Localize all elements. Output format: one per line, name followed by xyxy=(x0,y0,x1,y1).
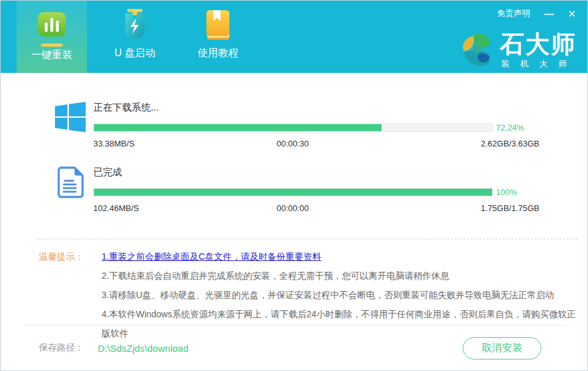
windows-logo-icon xyxy=(55,102,86,132)
footer-bar: 保存路径： D:\SdsZjds\download 取消安装 xyxy=(23,325,565,370)
tip-item-backup-warning: 1.重装之前会删除桌面及C盘文件，请及时备份重要资料 xyxy=(102,247,578,266)
completed-progress-row: 已完成 100% 102.46MB/S 00:00:00 1.75GB/1.75… xyxy=(55,166,539,213)
cancel-install-button[interactable]: 取消安装 xyxy=(463,337,541,359)
document-icon xyxy=(55,166,86,198)
header: 一键重装 U 盘启动 xyxy=(1,1,587,73)
disclaimer-link[interactable]: 免责声明 xyxy=(497,8,530,19)
active-tab-indicator xyxy=(41,43,63,47)
progress-track xyxy=(93,188,493,196)
close-icon[interactable]: ✕ xyxy=(568,9,576,19)
book-icon xyxy=(203,8,233,42)
completed-progress-line: 100% xyxy=(93,187,539,197)
tab-label: U 盘启动 xyxy=(114,47,155,60)
completed-speed: 102.46MB/S xyxy=(93,203,139,213)
completed-stats: 102.46MB/S 00:00:00 1.75GB/1.75GB xyxy=(93,203,539,213)
tab-label: 使用教程 xyxy=(197,47,238,60)
download-time-remaining: 00:00:30 xyxy=(277,139,309,148)
download-progress-row: 正在下载系统... 72.24% 33.38MB/S 00:00:30 2.62… xyxy=(55,102,539,148)
chart-icon xyxy=(36,8,67,42)
progress-percent: 72.24% xyxy=(496,123,524,132)
progress-track xyxy=(93,123,493,132)
progress-percent: 100% xyxy=(496,187,517,197)
download-speed: 33.38MB/S xyxy=(93,139,134,148)
tab-tutorial[interactable]: 使用教程 xyxy=(183,1,253,73)
completed-time-remaining: 00:00:00 xyxy=(277,203,309,213)
progress-fill xyxy=(94,189,492,196)
tip-item-remove-usb: 3.请移除U盘、移动硬盘、光驱里的光盘，并保证安装过程中不会断电，否则重装可能失… xyxy=(102,285,578,304)
app-window: 一键重装 U 盘启动 xyxy=(0,0,588,371)
completed-progress-body: 已完成 100% 102.46MB/S 00:00:00 1.75GB/1.75… xyxy=(93,166,539,213)
download-size: 2.62GB/3.63GB xyxy=(481,139,539,148)
save-path-value: D:\SdsZjds\download xyxy=(98,343,189,354)
brand-name: 石大师 xyxy=(500,31,578,57)
tab-usb-boot[interactable]: U 盘启动 xyxy=(100,1,170,73)
tab-one-click-reinstall[interactable]: 一键重装 xyxy=(17,1,87,73)
main-content: 正在下载系统... 72.24% 33.38MB/S 00:00:30 2.62… xyxy=(1,73,587,343)
tab-label: 一键重装 xyxy=(31,49,72,62)
download-progress-body: 正在下载系统... 72.24% 33.38MB/S 00:00:30 2.62… xyxy=(93,102,539,148)
minimize-icon[interactable]: — xyxy=(544,9,553,19)
download-status-title: 正在下载系统... xyxy=(93,102,539,114)
titlebar-controls: 免责声明 — ✕ xyxy=(497,8,576,19)
progress-fill xyxy=(94,124,382,131)
usb-icon xyxy=(120,8,150,42)
download-progress-line: 72.24% xyxy=(93,123,539,132)
save-path-label: 保存路径： xyxy=(39,342,84,354)
brand-subtitle: 装机大师 xyxy=(500,58,578,70)
completed-status-title: 已完成 xyxy=(93,166,539,178)
tips-divider xyxy=(36,239,578,239)
brand-swirl-icon xyxy=(460,32,495,69)
tip-item-auto-restart: 2.下载结束后会自动重启并完成系统的安装，全程无需干预，您可以离开电脑请稍作休息 xyxy=(102,266,578,285)
download-stats: 33.38MB/S 00:00:30 2.62GB/3.63GB xyxy=(93,139,539,148)
brand-text: 石大师 装机大师 xyxy=(500,31,578,70)
completed-size: 1.75GB/1.75GB xyxy=(481,203,539,213)
brand-logo: 石大师 装机大师 xyxy=(460,31,578,70)
